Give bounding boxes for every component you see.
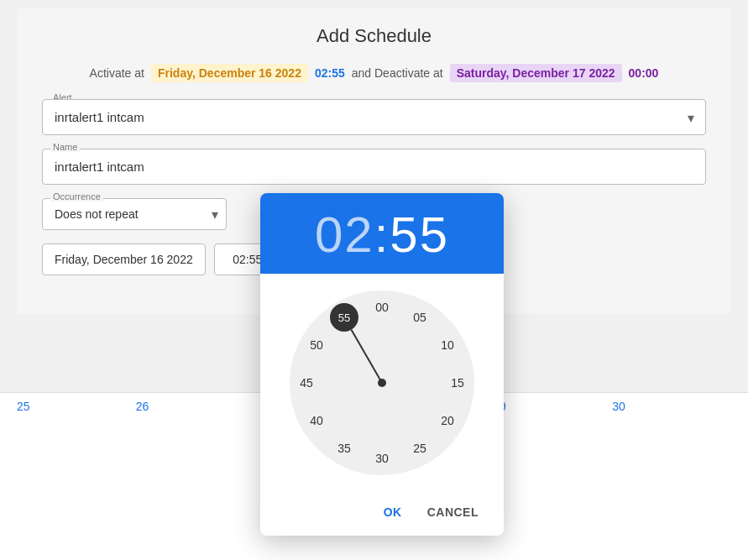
name-label: Name	[50, 142, 80, 152]
cal-day-29: 29	[493, 400, 612, 413]
cal-day-25: 25	[17, 400, 136, 413]
activate-time-chip[interactable]: 02:55	[315, 66, 345, 80]
start-date-field[interactable]: Friday, December 16 2022	[42, 243, 206, 275]
name-field: Name	[42, 149, 706, 185]
clock-face[interactable]: 00051015202530354045505555	[290, 290, 474, 475]
alert-select[interactable]: inrtalert1 intcam	[42, 99, 706, 135]
alert-field: Alert inrtalert1 intcam	[42, 99, 706, 135]
svg-point-1	[378, 379, 386, 387]
cal-day-30: 30	[612, 400, 731, 413]
activate-label: Activate at	[90, 66, 144, 80]
clock-header: 02:55	[260, 193, 504, 274]
deactivate-time-chip[interactable]: 00:00	[629, 66, 659, 80]
deactivate-date-chip[interactable]: Saturday, December 17 2022	[450, 64, 622, 82]
clock-actions: OK CANCEL	[260, 492, 504, 536]
clock-time-display: 02:55	[285, 210, 479, 260]
name-input[interactable]	[42, 149, 706, 185]
clock-cancel-button[interactable]: CANCEL	[419, 500, 487, 524]
clock-face-container: 00051015202530354045505555	[260, 274, 504, 492]
clock-selected-minute: 55	[330, 303, 358, 332]
dialog-title: Add Schedule	[42, 25, 706, 47]
clock-ok-button[interactable]: OK	[375, 500, 411, 524]
clock-hand-svg	[290, 290, 474, 475]
activate-date-chip[interactable]: Friday, December 16 2022	[151, 64, 308, 82]
clock-hours: 02	[315, 207, 374, 263]
occurrence-select[interactable]: Does not repeat Daily Weekly Monthly	[42, 198, 227, 230]
occurrence-select-wrapper: Occurrence Does not repeat Daily Weekly …	[42, 198, 227, 230]
clock-minutes: 55	[390, 207, 449, 263]
cal-day-26: 26	[136, 400, 255, 413]
clock-picker: 02:55 00051015202530354045505555 OK CANC…	[260, 193, 504, 536]
occurrence-label: Occurrence	[50, 191, 103, 201]
and-deactivate-label: and Deactivate at	[352, 66, 443, 80]
alert-select-wrapper: inrtalert1 intcam	[42, 99, 706, 135]
activate-row: Activate at Friday, December 16 2022 02:…	[42, 64, 706, 82]
svg-line-0	[352, 330, 383, 383]
